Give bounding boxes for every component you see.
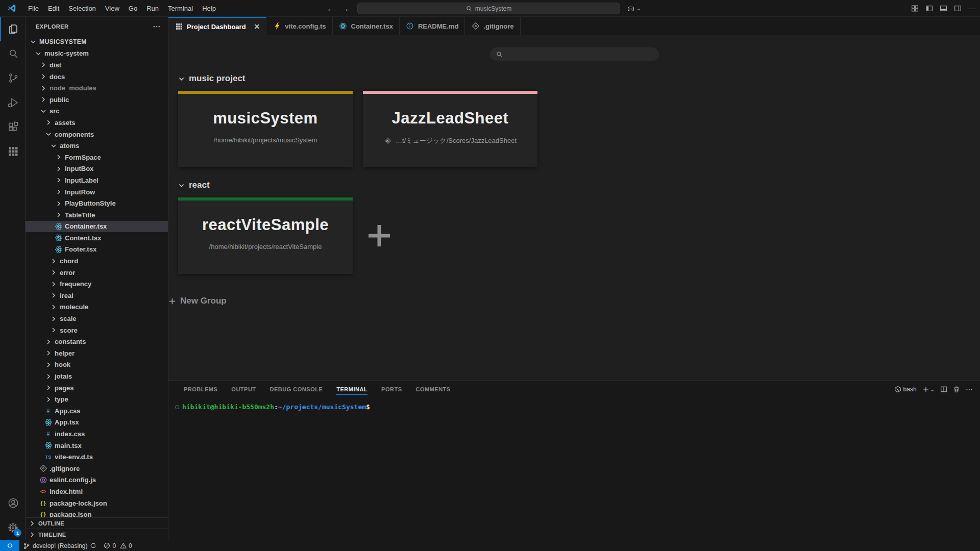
activitybar-source-control[interactable] <box>0 66 25 90</box>
group-header-react[interactable]: react <box>178 180 980 190</box>
tree-item-jotais[interactable]: jotais <box>26 370 168 382</box>
project-card-reactvitesample[interactable]: reactViteSample/home/hibikit/projects/re… <box>178 197 353 274</box>
tree-item-scale[interactable]: scale <box>26 313 168 324</box>
panel-tab-ports[interactable]: PORTS <box>381 384 402 395</box>
git-branch-status[interactable]: develop! (Rebasing) <box>19 540 100 551</box>
activitybar-search[interactable] <box>0 41 25 66</box>
dashboard-search[interactable] <box>490 47 659 61</box>
menu-help[interactable]: Help <box>198 3 220 14</box>
menu-selection[interactable]: Selection <box>64 3 100 14</box>
dashboard-search-input[interactable] <box>506 51 653 58</box>
tree-item-formspace[interactable]: FormSpace <box>26 152 168 163</box>
activitybar-settings-gear[interactable]: 1 <box>0 515 25 540</box>
tree-item-index-css[interactable]: #index.css <box>26 428 168 440</box>
terminal-shell-item[interactable]: bash <box>894 386 917 393</box>
tree-item-tabletitle[interactable]: TableTitle <box>26 209 168 221</box>
copilot-menu[interactable]: ⌄ <box>627 0 641 17</box>
tree-item-helper[interactable]: helper <box>26 347 168 359</box>
kill-terminal-icon[interactable] <box>953 386 960 393</box>
tree-item-app-tsx[interactable]: App.tsx <box>26 417 168 429</box>
views-more-icon[interactable]: ⋯ <box>153 22 161 31</box>
tree-item-container-tsx[interactable]: Container.tsx <box>26 221 168 233</box>
tree-item-inputlabel[interactable]: InputLabel <box>26 174 168 186</box>
activitybar-dashboard-grid[interactable] <box>0 139 25 164</box>
tree-item-constants[interactable]: constants <box>26 336 168 347</box>
more-actions-icon[interactable]: ⋯ <box>966 385 973 393</box>
tree-item-score[interactable]: score <box>26 324 168 336</box>
group-header-music-project[interactable]: music project <box>178 73 980 84</box>
activitybar-extensions[interactable] <box>0 115 25 139</box>
customize-layout-icon[interactable] <box>911 5 919 12</box>
toggle-secondary-sidebar-icon[interactable] <box>954 5 962 12</box>
activitybar-account[interactable] <box>0 491 25 515</box>
problems-status[interactable]: 0 0 <box>100 540 135 551</box>
menu-view[interactable]: View <box>101 3 124 14</box>
tree-item-molecule[interactable]: molecule <box>26 302 168 313</box>
tree-item-ireal[interactable]: ireal <box>26 290 168 302</box>
menu-edit[interactable]: Edit <box>43 3 64 14</box>
activitybar-files[interactable] <box>0 17 25 41</box>
tree-item-content-tsx[interactable]: Content.tsx <box>26 232 168 244</box>
tree-item-package-json[interactable]: { }package.json <box>26 509 168 517</box>
tree-item-chord[interactable]: chord <box>26 255 168 267</box>
tab-readme-md[interactable]: README.md <box>400 17 465 35</box>
tree-item-musicsystem[interactable]: MUSICSYSTEM <box>26 36 168 48</box>
tree-item-docs[interactable]: docs <box>26 71 168 83</box>
tree-item-hook[interactable]: hook <box>26 359 168 371</box>
tree-item-playbuttonstyle[interactable]: PlayButtonStyle <box>26 197 168 209</box>
close-icon[interactable]: ✕ <box>254 23 260 30</box>
toggle-sidebar-icon[interactable] <box>925 5 933 12</box>
menu-terminal[interactable]: Terminal <box>163 3 198 14</box>
tab-container-tsx[interactable]: Container.tsx <box>333 17 400 35</box>
project-card-jazzleadsheet[interactable]: JazzLeadSheet…t/ミュージック/Scores/JazzLeadSh… <box>363 91 537 167</box>
minimize-icon[interactable]: — <box>968 5 975 12</box>
tree-item-inputbox[interactable]: InputBox <box>26 163 168 175</box>
terminal-content[interactable]: hibikit@hibiki-b550ms2h:~/projects/music… <box>168 398 980 540</box>
tree-item-main-tsx[interactable]: main.tsx <box>26 440 168 452</box>
tree-item-error[interactable]: error <box>26 267 168 279</box>
tree-item-public[interactable]: public <box>26 94 168 106</box>
menu-go[interactable]: Go <box>124 3 142 14</box>
tree-item-frequency[interactable]: frequency <box>26 278 168 290</box>
tree-item-type[interactable]: type <box>26 393 168 405</box>
tab--gitignore[interactable]: .gitignore <box>465 17 520 35</box>
tree-item-components[interactable]: components <box>26 129 168 140</box>
back-icon[interactable]: ← <box>327 4 334 13</box>
tree-item-footer-tsx[interactable]: Footer.tsx <box>26 244 168 256</box>
panel-tab-debug-console[interactable]: DEBUG CONSOLE <box>270 384 323 395</box>
tree-item-eslint-config-js[interactable]: eslint.config.js <box>26 474 168 486</box>
tree-item-app-css[interactable]: #App.css <box>26 405 168 417</box>
menu-run[interactable]: Run <box>142 3 163 14</box>
command-center[interactable]: musicSystem <box>357 3 620 14</box>
tree-item-package-lock-json[interactable]: { }package-lock.json <box>26 497 168 509</box>
project-card-musicsystem[interactable]: musicSystem/home/hibikit/projects/musicS… <box>178 91 353 167</box>
panel-tab-terminal[interactable]: TERMINAL <box>336 384 368 395</box>
forward-icon[interactable]: → <box>341 4 349 13</box>
panel-tab-problems[interactable]: PROBLEMS <box>184 384 217 395</box>
timeline-section[interactable]: TIMELINE <box>26 529 168 540</box>
activitybar-run-debug[interactable] <box>0 90 25 115</box>
tree-item-index-html[interactable]: <>index.html <box>26 486 168 497</box>
command-decoration-icon[interactable] <box>175 405 179 409</box>
toggle-panel-icon[interactable] <box>940 5 947 12</box>
tree-item-atoms[interactable]: atoms <box>26 140 168 152</box>
tree-item-vite-env-d-ts[interactable]: TSvite-env.d.ts <box>26 451 168 463</box>
outline-section[interactable]: OUTLINE <box>26 517 168 529</box>
panel-tab-output[interactable]: OUTPUT <box>231 384 256 395</box>
tree-item-inputrow[interactable]: InputRow <box>26 186 168 198</box>
tree-item--gitignore[interactable]: .gitignore <box>26 463 168 474</box>
tab-vite-config-ts[interactable]: vite.config.ts <box>266 17 332 35</box>
tree-item-node-modules[interactable]: node_modules <box>26 82 168 94</box>
remote-indicator[interactable] <box>0 540 19 551</box>
add-project-button[interactable] <box>363 219 396 252</box>
menu-file[interactable]: File <box>23 3 43 14</box>
new-group-button[interactable]: New Group <box>168 296 980 306</box>
panel-tab-comments[interactable]: COMMENTS <box>416 384 451 395</box>
split-terminal-icon[interactable] <box>940 386 947 393</box>
tree-item-music-system[interactable]: music-system <box>26 48 168 60</box>
chevron-down-icon[interactable]: ⌄ <box>930 387 935 392</box>
tree-item-src[interactable]: src <box>26 106 168 117</box>
tree-item-pages[interactable]: pages <box>26 382 168 394</box>
tab-project-dashboard[interactable]: Project Dashboard✕ <box>168 17 266 35</box>
new-terminal-button[interactable]: ⌄ <box>922 386 935 393</box>
